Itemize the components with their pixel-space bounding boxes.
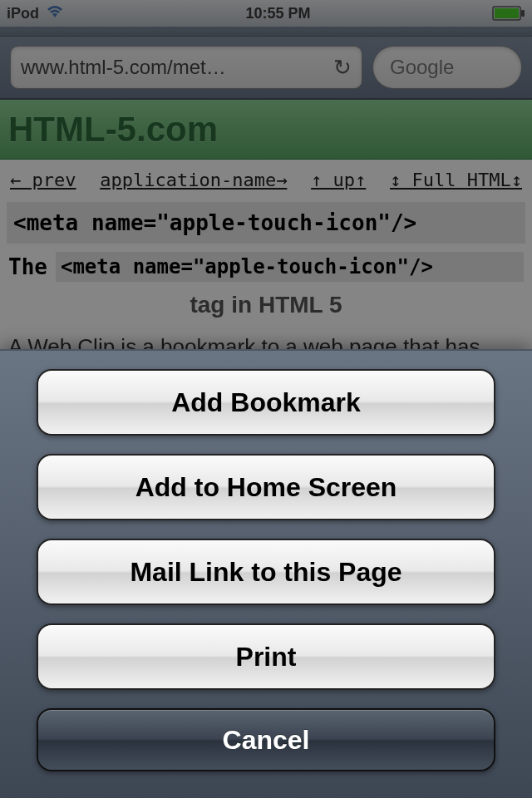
- action-sheet: Add Bookmark Add to Home Screen Mail Lin…: [0, 349, 532, 798]
- add-home-screen-button[interactable]: Add to Home Screen: [37, 454, 495, 520]
- print-button[interactable]: Print: [37, 623, 495, 690]
- mail-link-button[interactable]: Mail Link to this Page: [37, 539, 495, 605]
- add-bookmark-button[interactable]: Add Bookmark: [37, 369, 495, 436]
- cancel-button[interactable]: Cancel: [37, 708, 495, 771]
